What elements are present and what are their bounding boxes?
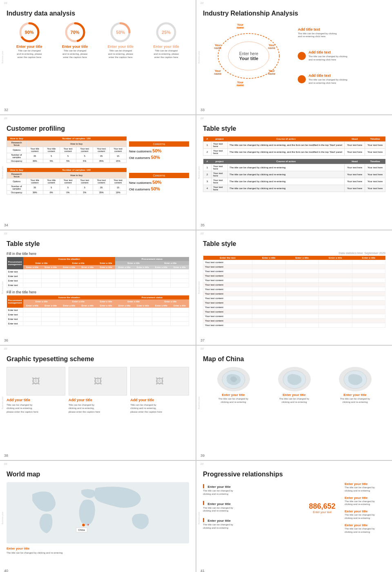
prog-center: 886,652 Enter your text <box>304 482 341 534</box>
map-globe-3 <box>339 367 372 391</box>
slide-page-label-34: Business plan <box>1 166 4 179</box>
slide-logo-34: //// <box>4 117 7 120</box>
slide-38-title: Graphic typesetting scheme <box>7 355 189 363</box>
slide-num-37: 37 <box>200 338 205 342</box>
donut-label-2: 70% <box>71 30 80 35</box>
prog-left: Enter your title The title can be change… <box>203 482 300 534</box>
add-title-2: Add title text The title can be changed … <box>308 50 347 62</box>
prog-layout: Enter your title The title can be change… <box>203 482 385 534</box>
add-title-1: Add title text The title can be changed … <box>298 27 385 39</box>
new-customers-2: New customers 50% <box>129 178 189 186</box>
map-item-desc-2: The title can be changed byclicking and … <box>279 398 310 404</box>
prog-left-title-3: Enter your title <box>207 519 230 523</box>
donut-desc-2: Title can be changedand re-entering, ple… <box>62 49 88 59</box>
slide-39: //// Map of China Enter your title The t… <box>196 346 392 460</box>
rel-right: Add title text The title can be changed … <box>298 21 385 91</box>
prog-right-desc-1: The title can be changed byclicking and … <box>345 486 385 493</box>
slide-33: //// Industry Relationship Analysis Ente… <box>196 0 392 114</box>
donut-circle-1: 90% <box>18 21 40 43</box>
slide-32: //// Industry data analysis 90% Enter yo… <box>0 0 196 114</box>
orbit-node-right-bottom: Yourname <box>268 69 275 75</box>
svg-text:📍: 📍 <box>87 524 90 527</box>
slide-40-title: World map <box>7 471 189 478</box>
gt-image-2: 🖼 <box>69 367 127 395</box>
prog-left-desc-2: The title can be changed byclicking and … <box>203 507 300 513</box>
map-item-desc-3: The title can be changed byclicking and … <box>340 398 370 404</box>
slide-33-title: Industry Relationship Analysis <box>203 10 385 17</box>
cp-table-2: How to buy Number of samples: 100 Resear… <box>7 168 127 194</box>
add-icon-row-2: Add title text The title can be changed … <box>298 74 385 85</box>
prog-left-desc-3: The title can be changed byclicking and … <box>203 523 300 530</box>
map-caption-area: Enter your title The title can be change… <box>7 547 189 554</box>
slide-num-33: 33 <box>200 108 205 112</box>
slide-num-34: 34 <box>4 223 8 227</box>
donut-item-1: 90% Enter your title Title can be change… <box>9 21 49 59</box>
gt-items-row: 🖼 Add your title Title can be changed by… <box>7 367 189 413</box>
image-placeholder-icon-2: 🖼 <box>94 377 102 386</box>
concerns-label-2: Concerns <box>129 173 189 178</box>
cp-side-2: Concerns New customers 50% Old customers… <box>129 168 189 196</box>
slide-36: //// Table style Fill in the title here … <box>0 230 196 345</box>
data-table-37: Enter the text Enter a title Enter a tit… <box>203 256 385 328</box>
gt-item-title-1: Add your title <box>7 398 65 402</box>
prog-right-desc-2: The title can be changed byclicking and … <box>345 500 385 507</box>
gt-image-3: 🖼 <box>130 367 189 395</box>
slide-page-label-41: Business plan <box>198 512 200 524</box>
gt-item-title-2: Add your title <box>69 398 127 402</box>
prog-right-item-2: Enter your title The title can be change… <box>345 496 385 507</box>
map-item-title-3: Enter your title <box>343 393 366 397</box>
image-placeholder-icon-3: 🖼 <box>156 377 164 386</box>
slide-34-title: Customer profiling <box>7 125 189 132</box>
cp-side-1: Concerns New customers 50% Old customers… <box>129 136 189 165</box>
svg-point-13 <box>82 523 85 527</box>
slide-page-label-35: Business plan <box>198 166 200 179</box>
prog-right-item-3: Enter your title The title can be change… <box>345 509 385 520</box>
prog-right-title-4: Enter your title <box>345 523 385 527</box>
slide-logo-38: //// <box>4 347 7 350</box>
prog-bar-3 <box>203 518 204 522</box>
slide-32-title: Industry data analysis <box>7 10 189 17</box>
donut-title-4: Enter your title <box>153 45 179 49</box>
orbit-center-title: Enter here <box>239 51 258 56</box>
prog-left-item-1: Enter your title The title can be change… <box>203 482 300 496</box>
orbit-diagram: Enter here Your title Yourname Yourname … <box>214 21 283 91</box>
slide-36-title: Table style <box>7 240 189 248</box>
donut-item-3: 50% Enter your title Title can be change… <box>100 21 140 59</box>
slide-40: //// World map 📍 Chi <box>0 461 196 572</box>
gt-item-desc-3: Title can be changed byclicking and re-e… <box>130 403 189 413</box>
image-placeholder-icon-1: 🖼 <box>32 377 40 386</box>
prog-right-item-1: Enter your title The title can be change… <box>345 482 385 493</box>
donut-item-2: 70% Enter your title Title can be change… <box>55 21 95 59</box>
rel-analysis: Enter here Your title Yourname Yourname … <box>203 21 385 91</box>
china-map-svg-3 <box>341 368 370 391</box>
donut-label-4: 25% <box>162 30 171 35</box>
old-customers-1: Old customers 50% <box>129 155 189 160</box>
donut-row: 90% Enter your title Title can be change… <box>7 21 189 59</box>
prog-left-item-2: Enter your title The title can be change… <box>203 499 300 513</box>
prog-center-content: 886,652 Enter your text <box>309 502 335 514</box>
fill-title-2: Fill in the title here <box>7 290 189 294</box>
orbit-center-sub: Your title <box>239 56 258 61</box>
gt-item-3: 🖼 Add your title Title can be changed by… <box>130 367 189 413</box>
cp-layout-2: How to buy Number of samples: 100 Resear… <box>7 168 189 196</box>
map-items-row: Enter your title The title can be change… <box>203 367 385 404</box>
map-item-1: Enter your title The title can be change… <box>203 367 264 404</box>
cp-main-1: How to buy Number of samples: 100 Resear… <box>7 136 127 165</box>
slide-37-title: Table style <box>203 240 385 248</box>
orbit-node-right-top: Yourname <box>268 44 275 49</box>
map-cap-desc: The title can be changed by clicking and… <box>7 551 189 554</box>
donut-title-1: Enter your title <box>16 45 42 49</box>
gt-item-2: 🖼 Add your title Title can be changed by… <box>69 367 127 413</box>
slide-38: //// Graphic typesetting scheme 🖼 Add yo… <box>0 346 196 460</box>
slide-logo-40: //// <box>4 463 7 465</box>
china-map-svg-2 <box>280 368 309 391</box>
prog-bar-1 <box>203 484 204 488</box>
slide-logo-39: //// <box>200 347 204 350</box>
map-caption: Enter your title <box>7 547 189 550</box>
donut-circle-2: 70% <box>64 21 86 43</box>
gt-item-desc-2: Title can be changed byclicking and re-e… <box>69 403 127 413</box>
prog-right-item-4: Enter your title The title can be change… <box>345 523 385 534</box>
slide-page-label-32: Business plan <box>1 51 4 63</box>
slide-page-label-38: Business plan <box>1 396 4 409</box>
slide-41-title: Progressive relationships <box>203 471 385 478</box>
